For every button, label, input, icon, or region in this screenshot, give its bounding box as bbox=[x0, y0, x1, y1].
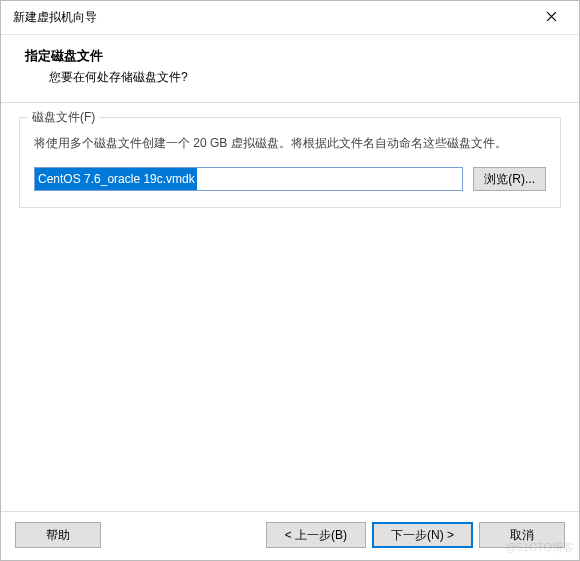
page-subtitle: 您要在何处存储磁盘文件? bbox=[25, 69, 555, 86]
disk-filename-field[interactable]: CentOS 7.6_oracle 19c.vmdk bbox=[34, 167, 463, 191]
close-button[interactable] bbox=[531, 3, 571, 33]
disk-file-description: 将使用多个磁盘文件创建一个 20 GB 虚拟磁盘。将根据此文件名自动命名这些磁盘… bbox=[34, 134, 546, 153]
page-title: 指定磁盘文件 bbox=[25, 47, 555, 65]
back-button[interactable]: < 上一步(B) bbox=[266, 522, 366, 548]
close-icon bbox=[546, 11, 557, 25]
browse-button[interactable]: 浏览(R)... bbox=[473, 167, 546, 191]
disk-file-group: 磁盘文件(F) 将使用多个磁盘文件创建一个 20 GB 虚拟磁盘。将根据此文件名… bbox=[19, 117, 561, 208]
wizard-header: 指定磁盘文件 您要在何处存储磁盘文件? bbox=[1, 35, 579, 103]
window-title: 新建虚拟机向导 bbox=[13, 9, 531, 26]
cancel-button[interactable]: 取消 bbox=[479, 522, 565, 548]
footer: 帮助 < 上一步(B) 下一步(N) > 取消 bbox=[1, 511, 579, 560]
wizard-window: 新建虚拟机向导 指定磁盘文件 您要在何处存储磁盘文件? 磁盘文件(F) 将使用多… bbox=[0, 0, 580, 561]
next-button[interactable]: 下一步(N) > bbox=[372, 522, 473, 548]
disk-filename-value: CentOS 7.6_oracle 19c.vmdk bbox=[35, 167, 197, 191]
help-button[interactable]: 帮助 bbox=[15, 522, 101, 548]
file-input-row: CentOS 7.6_oracle 19c.vmdk 浏览(R)... bbox=[34, 167, 546, 191]
disk-file-legend: 磁盘文件(F) bbox=[28, 109, 99, 126]
content-area: 磁盘文件(F) 将使用多个磁盘文件创建一个 20 GB 虚拟磁盘。将根据此文件名… bbox=[1, 103, 579, 511]
titlebar: 新建虚拟机向导 bbox=[1, 1, 579, 35]
